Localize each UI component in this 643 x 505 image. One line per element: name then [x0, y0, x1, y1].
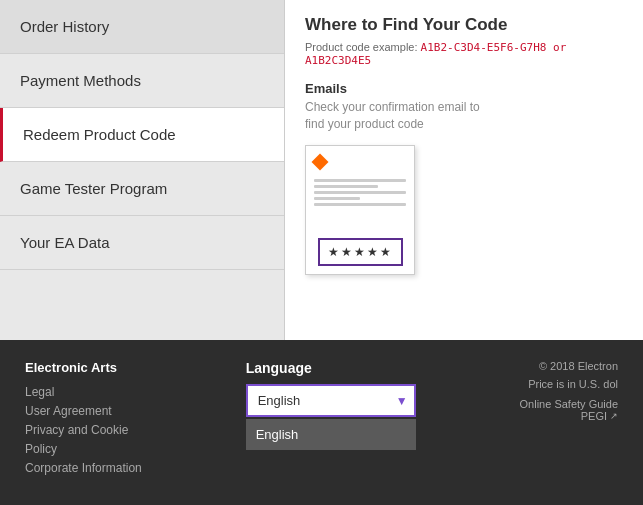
footer-link-legal[interactable]: Legal [25, 385, 142, 399]
language-label: Language [246, 360, 416, 376]
page-title: Where to Find Your Code [305, 15, 623, 35]
emails-label: Emails [305, 81, 623, 96]
sidebar-item-label: Redeem Product Code [23, 126, 176, 143]
mockup-logo [314, 154, 406, 172]
mockup-line-1 [314, 179, 406, 182]
mockup-code-box: ★★★★★ [318, 238, 403, 266]
main-container: Order History Payment Methods Redeem Pro… [0, 0, 643, 340]
sidebar-item-label: Your EA Data [20, 234, 110, 251]
footer-link-corporate[interactable]: Corporate Information [25, 461, 142, 475]
footer-links-col: Electronic Arts Legal User Agreement Pri… [25, 360, 142, 475]
mockup-top [314, 154, 406, 206]
language-select[interactable]: English [246, 384, 416, 417]
emails-desc: Check your confirmation email to find yo… [305, 99, 623, 133]
mockup-line-4 [314, 197, 360, 200]
footer-link-policy[interactable]: Policy [25, 442, 142, 456]
footer: Electronic Arts Legal User Agreement Pri… [0, 340, 643, 505]
copyright-text: © 2018 Electron [520, 360, 618, 372]
mockup-line-2 [314, 185, 378, 188]
footer-link-user-agreement[interactable]: User Agreement [25, 404, 142, 418]
emails-section: Emails Check your confirmation email to … [305, 81, 623, 133]
sidebar-item-label: Order History [20, 18, 109, 35]
pegi-badge[interactable]: PEGI ↗ [581, 410, 618, 422]
sidebar-item-payment-methods[interactable]: Payment Methods [0, 54, 284, 108]
footer-brand: Electronic Arts [25, 360, 142, 375]
sidebar-item-label: Game Tester Program [20, 180, 167, 197]
external-link-icon: ↗ [610, 411, 618, 421]
language-col: Language English ▼ English [246, 360, 416, 417]
code-image-mockup: ★★★★★ [305, 145, 415, 275]
sidebar-item-label: Payment Methods [20, 72, 141, 89]
sidebar-item-game-tester[interactable]: Game Tester Program [0, 162, 284, 216]
footer-link-privacy[interactable]: Privacy and Cookie [25, 423, 142, 437]
sidebar: Order History Payment Methods Redeem Pro… [0, 0, 285, 340]
sidebar-item-ea-data[interactable]: Your EA Data [0, 216, 284, 270]
language-dropdown-option[interactable]: English [246, 419, 416, 450]
sidebar-item-order-history[interactable]: Order History [0, 0, 284, 54]
content-area: Where to Find Your Code Product code exa… [285, 0, 643, 340]
footer-right-col: © 2018 Electron Price is in U.S. dol Onl… [520, 360, 618, 422]
language-select-container: English ▼ English [246, 384, 416, 417]
sidebar-item-redeem-code[interactable]: Redeem Product Code [0, 108, 284, 162]
mockup-line-3 [314, 191, 406, 194]
mockup-line-5 [314, 203, 406, 206]
price-note: Price is in U.S. dol [520, 378, 618, 390]
code-example: Product code example: A1B2-C3D4-E5F6-G7H… [305, 41, 623, 67]
safety-guide-link[interactable]: Online Safety Guide [520, 398, 618, 410]
ea-diamond-icon [312, 153, 329, 170]
